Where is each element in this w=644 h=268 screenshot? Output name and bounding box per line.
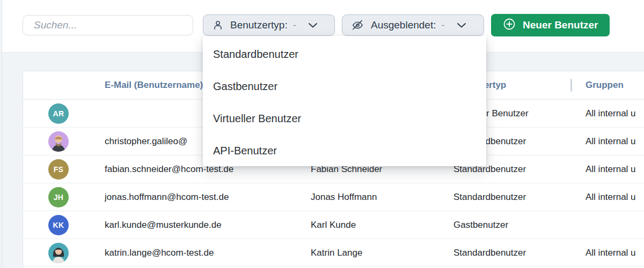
- cell-groups: All internal u: [586, 164, 636, 175]
- cell-groups: All internal u: [586, 192, 636, 203]
- cell-name: Karl Kunde: [311, 220, 356, 230]
- header-groups[interactable]: Gruppen: [586, 80, 624, 91]
- cell-email: jonas.hoffmann@hcom-test.de: [105, 192, 229, 203]
- avatar: AR: [48, 103, 69, 124]
- avatar-photo: [48, 243, 69, 263]
- new-user-button[interactable]: Neuer Benutzer: [491, 14, 610, 36]
- hidden-filter-dropdown[interactable]: Ausgeblendet: -: [342, 14, 484, 36]
- cell-groups: All internal u: [586, 108, 636, 119]
- cell-groups: All internal u: [586, 248, 636, 258]
- avatar: FS: [48, 159, 69, 180]
- chevron-down-icon: [308, 22, 318, 28]
- search-input[interactable]: [23, 15, 193, 35]
- cell-groups: All internal u: [586, 136, 636, 147]
- filter-value: -: [293, 19, 296, 31]
- table-row[interactable]: katrin.lange@hcom-test.de Katrin Lange S…: [23, 239, 644, 267]
- cell-email: katrin.lange@hcom-test.de: [105, 248, 214, 258]
- header-email[interactable]: E-Mail (Benutzername): [105, 80, 203, 91]
- user-type-filter-dropdown[interactable]: Benutzertyp: -: [203, 14, 335, 36]
- new-user-button-label: Neuer Benutzer: [523, 19, 598, 31]
- user-type-dropdown-menu: Standardbenutzer Gastbenutzer Virtueller…: [203, 36, 486, 166]
- table-row[interactable]: JH jonas.hoffmann@hcom-test.de Jonas Hof…: [23, 183, 644, 211]
- dropdown-item-virtueller-benutzer[interactable]: Virtueller Benutzer: [203, 102, 486, 135]
- person-icon: [212, 19, 224, 31]
- table-row[interactable]: KK karl.kunde@musterkunde.de Karl Kunde …: [23, 211, 644, 239]
- filter-label: Benutzertyp:: [230, 19, 288, 31]
- eye-off-icon: [351, 19, 364, 31]
- cell-email: christopher.galileo@: [105, 136, 187, 147]
- column-resize-handle[interactable]: [570, 79, 572, 92]
- cell-user-type: Standardbenutzer: [453, 248, 526, 258]
- avatar-photo: [48, 131, 69, 152]
- dropdown-item-standardbenutzer[interactable]: Standardbenutzer: [203, 38, 486, 70]
- cell-name: Katrin Lange: [311, 248, 362, 258]
- plus-circle-icon: [503, 18, 516, 33]
- cell-name: Jonas Hoffmann: [311, 192, 377, 203]
- dropdown-item-api-benutzer[interactable]: API-Benutzer: [203, 135, 486, 167]
- dropdown-item-gastbenutzer[interactable]: Gastbenutzer: [203, 70, 486, 102]
- cell-email: karl.kunde@musterkunde.de: [105, 220, 222, 230]
- avatar: KK: [48, 215, 69, 235]
- avatar: JH: [48, 187, 69, 207]
- cell-user-type: Standardbenutzer: [453, 192, 526, 203]
- cell-user-type: Gastbenutzer: [453, 220, 508, 230]
- filter-label: Ausgeblendet:: [371, 19, 436, 31]
- filter-value: -: [442, 19, 445, 31]
- chevron-down-icon: [457, 22, 466, 28]
